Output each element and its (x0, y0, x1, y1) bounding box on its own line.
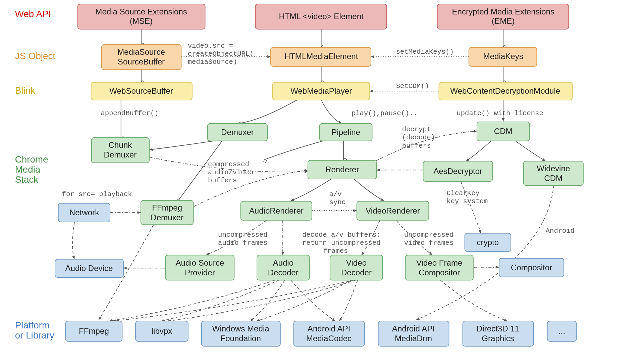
svg-text:CDM: CDM (544, 174, 562, 183)
ann-clearkey1: ClearKey (446, 189, 479, 197)
box-asp: Audio SourceProvider (165, 255, 234, 280)
svg-text:Pipeline: Pipeline (331, 128, 360, 137)
svg-text:Video Frame: Video Frame (416, 258, 463, 267)
svg-text:Network: Network (69, 208, 99, 217)
svg-text:WebMediaPlayer: WebMediaPlayer (290, 86, 352, 95)
svg-text:VideoRenderer: VideoRenderer (366, 206, 420, 215)
box-amd: Android APIMediaDrm (378, 321, 449, 346)
svg-text:AudioRenderer: AudioRenderer (249, 206, 304, 215)
ann-dab2: return uncompressed (302, 239, 381, 247)
box-wcdm: WebContentDecryptionModule (439, 82, 572, 100)
svg-text:Media Source Extensions: Media Source Extensions (95, 7, 187, 16)
ann-createurl-3: mediaSource) (188, 58, 237, 66)
box-aesdec: AesDecryptor (423, 161, 492, 181)
box-vrender: VideoRenderer (357, 201, 429, 220)
ann-createurl-1: video.src = (188, 42, 233, 50)
svg-text:Demuxer: Demuxer (151, 213, 183, 222)
box-vfc: Video FrameCompositor (405, 255, 473, 280)
box-video: HTML <video> Element (255, 4, 387, 29)
svg-text:Renderer: Renderer (325, 165, 359, 174)
svg-text:WebContentDecryptionModule: WebContentDecryptionModule (450, 86, 560, 95)
ann-android: Android (546, 227, 575, 235)
svg-text:crypto: crypto (477, 238, 499, 247)
svg-text:(EME): (EME) (492, 16, 515, 26)
box-widevine: WidevineCDM (523, 161, 583, 185)
ann-clearkey2: key system (446, 197, 488, 205)
row-label-stack-3: Stack (15, 174, 38, 185)
row-label-plat-2: or Library (15, 330, 54, 341)
svg-text:MediaDrm: MediaDrm (395, 334, 432, 343)
ann-avsync2: sync (329, 198, 346, 206)
svg-text:MediaCodec: MediaCodec (306, 334, 352, 343)
box-comp: Compositor (499, 258, 564, 277)
box-adecoder: AudioDecoder (257, 255, 310, 280)
box-vdecoder: VideoDecoder (330, 255, 383, 280)
ann-uaf1: uncompressed (218, 231, 268, 239)
svg-text:libvpx: libvpx (152, 326, 172, 335)
svg-text:MediaKeys: MediaKeys (483, 52, 523, 61)
ann-playpause: play(),pause().. (352, 109, 418, 117)
svg-text:Demuxer: Demuxer (221, 128, 254, 137)
box-wmf: Windows MediaFoundation (202, 321, 280, 346)
ann-cabuf2: audio/video (208, 169, 253, 176)
box-demux: Demuxer (208, 124, 267, 141)
row-label-webapi: Web API (15, 9, 51, 19)
svg-text:Decoder: Decoder (268, 268, 299, 277)
ann-setcdm: SetCDM() (396, 82, 429, 90)
svg-text:Encrypted Media Extensions: Encrypted Media Extensions (452, 7, 554, 16)
svg-text:Widevine: Widevine (537, 164, 570, 173)
svg-text:Compositor: Compositor (419, 268, 460, 277)
ann-forsrc: for src= playback (62, 190, 132, 198)
ann-cabuf3: buffers (208, 177, 237, 184)
svg-text:HTML <video> Element: HTML <video> Element (279, 12, 364, 21)
svg-text:FFmpeg: FFmpeg (152, 203, 182, 212)
box-mkeys: MediaKeys (469, 47, 537, 66)
box-more: ... (547, 321, 577, 341)
ann-decrypt2: (decode) (402, 134, 435, 141)
row-label-plat-1: Platform (15, 320, 50, 330)
box-cdm: CDM (477, 122, 530, 141)
svg-text:Graphics: Graphics (482, 334, 514, 343)
svg-text:...: ... (558, 326, 565, 335)
ann-setmediakeys: setMediaKeys() (396, 48, 454, 56)
box-ffdemux: FFmpegDemuxer (141, 200, 194, 225)
svg-text:Audio Device: Audio Device (65, 264, 113, 273)
box-adevice: Audio Device (55, 259, 123, 277)
ann-uvf2: video frames (404, 239, 454, 247)
svg-text:Chunk: Chunk (108, 140, 132, 149)
box-arender: AudioRenderer (241, 201, 312, 220)
ann-dab1: decode a/v buffers; (302, 231, 381, 239)
box-eme: Encrypted Media Extensions(EME) (437, 4, 569, 29)
svg-text:Windows Media: Windows Media (212, 324, 270, 333)
box-mse: Media Source Extensions(MSE) (78, 4, 205, 29)
box-wmp: WebMediaPlayer (273, 82, 370, 100)
ann-createurl-2: createObjectURL( (188, 50, 254, 58)
ann-uaf2: audio frames (218, 239, 268, 247)
ann-updatelic: update() with license (457, 109, 543, 117)
svg-text:Audio Source: Audio Source (175, 258, 224, 267)
svg-text:WebSourceBuffer: WebSourceBuffer (109, 86, 173, 95)
row-label-blink: Blink (15, 85, 35, 96)
svg-text:SourceBuffer: SourceBuffer (118, 57, 165, 66)
svg-text:Provider: Provider (185, 268, 215, 277)
svg-text:MediaSource: MediaSource (117, 47, 165, 56)
box-ffmpeg: FFmpeg (66, 321, 122, 341)
svg-text:FFmpeg: FFmpeg (79, 326, 109, 335)
svg-text:HTMLMediaElement: HTMLMediaElement (284, 52, 358, 61)
svg-text:AesDecryptor: AesDecryptor (433, 167, 482, 176)
box-amc: Android APIMediaCodec (294, 321, 365, 346)
box-wsb: WebSourceBuffer (91, 82, 192, 100)
svg-text:Android API: Android API (392, 324, 435, 333)
svg-text:Decoder: Decoder (341, 268, 372, 277)
ann-uvf1: uncompressed (404, 231, 454, 239)
box-msb: MediaSourceSourceBuffer (102, 45, 181, 70)
svg-text:Compositor: Compositor (511, 263, 552, 272)
svg-text:Direct3D 11: Direct3D 11 (477, 324, 519, 333)
ann-dab3: frames (323, 247, 348, 255)
svg-text:Audio: Audio (273, 258, 293, 267)
box-pipeline: Pipeline (320, 124, 372, 141)
svg-text:CDM: CDM (494, 127, 513, 136)
box-renderer: Renderer (308, 161, 377, 179)
svg-text:Android API: Android API (308, 324, 350, 333)
ann-decrypt3: buffers (402, 142, 431, 150)
